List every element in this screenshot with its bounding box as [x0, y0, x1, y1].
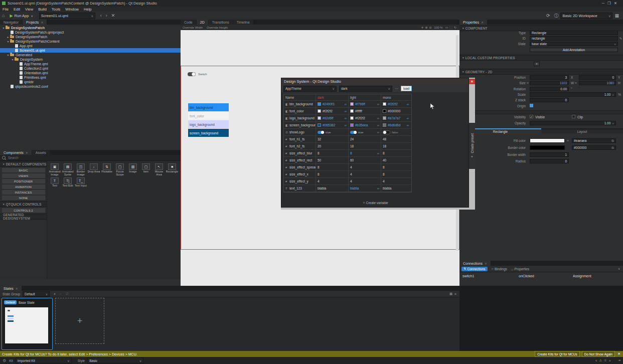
- value-cell[interactable]: 60: [349, 157, 381, 163]
- variable-name-cell[interactable]: #size_effect_spread: [284, 164, 316, 170]
- forward-icon[interactable]: ›: [106, 13, 107, 18]
- column-header-mono[interactable]: mono: [381, 94, 410, 100]
- canvas-item-logo_background[interactable]: logo_background: [188, 120, 229, 128]
- tree-item[interactable]: qtquickcontrols2.conf: [0, 84, 181, 89]
- variable-name-cell[interactable]: ◧screen_background: [284, 122, 316, 128]
- variable-name-cell[interactable]: ◧btn_background: [284, 101, 316, 107]
- clip-checkbox[interactable]: [572, 115, 575, 118]
- style-selector[interactable]: Basic∨: [87, 357, 143, 363]
- link-icon[interactable]: ∞: [407, 117, 409, 120]
- link-icon[interactable]: ∞: [345, 110, 347, 113]
- create-preset-tab[interactable]: Create preset+: [469, 123, 475, 169]
- link-icon[interactable]: ∞: [377, 124, 379, 127]
- switch-control[interactable]: Switch: [188, 72, 207, 76]
- create-variable-button[interactable]: + Create variable: [281, 201, 470, 205]
- close-button[interactable]: ✕: [614, 1, 620, 6]
- value-cell[interactable]: #2490f3∞: [316, 101, 349, 107]
- info-icon[interactable]: ⓘ: [554, 13, 558, 19]
- link-icon[interactable]: ∞: [345, 124, 347, 127]
- caret-icon[interactable]: ▾: [6, 53, 10, 57]
- close-icon[interactable]: ✕: [485, 262, 487, 265]
- scale-field[interactable]: 1.00∨: [530, 92, 616, 97]
- section-qtquick-controls[interactable]: ▾ QTQUICK CONTROLS: [0, 201, 47, 207]
- size-h-field[interactable]: 1080: [579, 81, 616, 85]
- dialog-titlebar[interactable]: Design System - Qt Design Studio: [281, 78, 469, 85]
- column-header-light[interactable]: light: [349, 94, 381, 100]
- link-icon[interactable]: ∞: [345, 103, 347, 106]
- link-icon[interactable]: ∞: [567, 139, 569, 142]
- value-cell[interactable]: #000000: [381, 108, 410, 114]
- dialog-close-button[interactable]: ✕: [469, 79, 475, 84]
- border-width-field[interactable]: 1: [530, 152, 569, 157]
- edit-annotation-icon[interactable]: ☑: [66, 292, 69, 296]
- tree-item[interactable]: Primitives.qml: [0, 75, 181, 80]
- bindings-filter-button[interactable]: ∞Bindings: [492, 267, 507, 271]
- caret-icon[interactable]: ▾: [6, 40, 10, 43]
- canvas-item-btn_background[interactable]: btn_background: [188, 103, 229, 111]
- run-icon[interactable]: ▶: [10, 14, 13, 18]
- category-animation[interactable]: ANIMATION: [2, 185, 45, 189]
- value-cell[interactable]: false: [381, 129, 410, 135]
- value-cell[interactable]: 8: [316, 150, 349, 156]
- home-icon[interactable]: ⌂: [2, 13, 5, 18]
- menu-file[interactable]: File: [3, 7, 9, 12]
- variable-name-cell[interactable]: #size_effect_rect: [284, 157, 316, 163]
- link-icon[interactable]: ∞: [377, 152, 379, 155]
- toggle-true[interactable]: [350, 131, 357, 134]
- close-icon[interactable]: ✕: [41, 21, 43, 24]
- connections-filter-button[interactable]: ↯Connections: [461, 267, 488, 271]
- component-animated-image[interactable]: ▣Animated Image: [48, 163, 61, 176]
- tab-components[interactable]: Components✕: [0, 150, 32, 155]
- copy-icon[interactable]: ⧉: [611, 139, 614, 143]
- category-instances[interactable]: INSTANCES: [2, 190, 45, 195]
- variable-name-cell[interactable]: ◧font_color: [284, 108, 316, 114]
- value-cell[interactable]: 8∞: [349, 150, 381, 156]
- variable-name-cell[interactable]: #font_h2_fs: [284, 143, 316, 149]
- link-icon[interactable]: ∞: [575, 81, 577, 84]
- category-controls-2[interactable]: CONTROLS 2: [2, 208, 45, 213]
- component-flickable[interactable]: ⇅Flickable: [100, 163, 113, 176]
- position-x-field[interactable]: 3: [530, 75, 569, 80]
- tab-timeline[interactable]: Timeline: [233, 20, 253, 25]
- component-text[interactable]: TText: [48, 177, 61, 191]
- canvas-item-font_color[interactable]: font_color: [188, 112, 229, 120]
- column-header-Name[interactable]: Name: [284, 94, 316, 100]
- component-focus-scope[interactable]: ▢Focus Scope: [113, 163, 126, 176]
- value-cell[interactable]: 48: [381, 136, 410, 142]
- connection-target[interactable]: switch1: [462, 274, 519, 278]
- tab-code[interactable]: Code: [181, 20, 196, 25]
- create-kits-button[interactable]: Create Kits for Qt for MCUs: [535, 351, 579, 357]
- category-none[interactable]: NONE: [2, 196, 45, 200]
- value-cell[interactable]: #f2f2f2∞: [316, 108, 349, 114]
- tab-states[interactable]: States✕: [0, 286, 22, 291]
- workspace-selector[interactable]: Basic 2D Workspace∨: [560, 13, 612, 19]
- frame-icon[interactable]: ⬚: [449, 26, 452, 29]
- menu-build[interactable]: Build: [38, 7, 47, 12]
- edit-icon[interactable]: ✎: [619, 37, 622, 41]
- variable-name-cell[interactable]: #size_effect_blur: [284, 150, 316, 156]
- menu-help[interactable]: Help: [84, 7, 91, 12]
- canvas-item-screen_background[interactable]: screen_background: [188, 129, 229, 137]
- link-icon[interactable]: ∞: [527, 81, 529, 84]
- component-text-edit[interactable]: T|Text Edit: [61, 177, 74, 191]
- link-icon[interactable]: ∞: [345, 117, 347, 120]
- component-drop-area[interactable]: ↓Drop Area: [87, 163, 100, 176]
- run-target-chevron-icon[interactable]: ∨: [31, 14, 33, 18]
- add-property-button[interactable]: +: [534, 62, 540, 66]
- value-cell[interactable]: 8: [381, 150, 410, 156]
- tab-layout[interactable]: Layout: [541, 128, 623, 133]
- border-color-hex-field[interactable]: #000000⧉: [572, 145, 616, 150]
- tab-assets[interactable]: Assets: [32, 150, 50, 155]
- size-w-field[interactable]: 1103: [530, 81, 569, 85]
- variable-name-cell[interactable]: ⊙showLogo: [284, 129, 316, 135]
- toggle-true[interactable]: [318, 131, 324, 134]
- value-cell[interactable]: 4: [316, 178, 349, 185]
- tab-2d[interactable]: 2D: [197, 20, 208, 25]
- close-icon[interactable]: ✕: [26, 151, 28, 154]
- tree-item[interactable]: DesignSystemPatch.qmlproject: [0, 30, 181, 35]
- caret-icon[interactable]: ▸: [6, 35, 10, 39]
- prev-issue-icon[interactable]: «: [595, 359, 597, 362]
- output-pane-toggle-icon[interactable]: ⇥: [618, 358, 620, 362]
- tab-connections[interactable]: Connections✕: [459, 261, 491, 266]
- component-animated-sprite[interactable]: ▤Animated Sprite: [61, 163, 74, 176]
